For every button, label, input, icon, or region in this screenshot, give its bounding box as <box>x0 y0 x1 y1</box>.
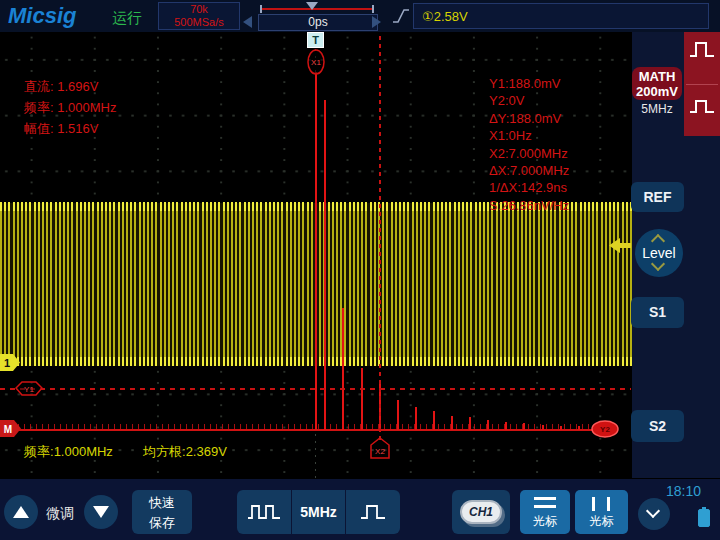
fft-scale-group: 5MHz <box>237 490 400 534</box>
math-timebase-label: 5MHz <box>632 102 682 116</box>
trigger-position-marker[interactable]: T <box>307 32 324 48</box>
cursor-x1-line[interactable] <box>315 72 317 430</box>
single-pulse-icon <box>360 503 386 521</box>
up-triangle-icon <box>13 506 29 518</box>
readout-s: S:26.86nV/Hz <box>489 198 569 215</box>
oscilloscope-screen: Micsig 运行 70k 500MSa/s 0ps ①2.58V 直流: 1.… <box>0 0 720 540</box>
slider-handle-icon[interactable] <box>306 2 318 10</box>
readout-y1: Y1:188.0mV <box>489 76 569 93</box>
ref-button[interactable]: REF <box>631 182 684 212</box>
readout-x2: X2:7.000MHz <box>489 146 569 163</box>
level-button[interactable]: Level <box>635 229 683 277</box>
svg-text:1: 1 <box>4 357 10 369</box>
vertical-bars-icon <box>575 497 628 509</box>
slider-right-cap-icon <box>372 5 374 13</box>
sample-rate: 500MSa/s <box>159 16 239 29</box>
cursor-y2-marker[interactable]: Y2 <box>590 420 620 438</box>
fft-peak <box>560 426 562 430</box>
cursor-x1-marker[interactable]: X1 <box>306 49 326 76</box>
center-frequency-label[interactable]: 5MHz <box>291 490 346 534</box>
fft-peak <box>397 400 399 430</box>
menu-collapse-button[interactable] <box>638 498 670 530</box>
cursor-y1-marker[interactable]: Y1 <box>15 381 43 396</box>
cursor-y1-line[interactable] <box>0 388 631 390</box>
readout-x1: X1:0Hz <box>489 128 569 145</box>
trigger-level-value: ①2.58V <box>422 9 468 24</box>
svg-text:Y1: Y1 <box>24 385 34 394</box>
ch1-badge: CH1 <box>460 500 502 524</box>
acquisition-info-box[interactable]: 70k 500MSa/s <box>158 2 240 30</box>
pulse-wave-button[interactable] <box>345 490 400 534</box>
svg-text:X1: X1 <box>311 58 321 67</box>
math-measurements: 频率:1.000MHz 均方根:2.369V <box>24 443 113 461</box>
math-channel-badge[interactable]: MATH 200mV <box>632 67 682 100</box>
trigger-level-box[interactable]: ①2.58V <box>413 3 709 29</box>
slider-left-cap-icon <box>260 5 262 13</box>
panel-divider <box>686 84 718 85</box>
horizontal-bars-icon <box>520 497 570 509</box>
pan-right-arrow-icon[interactable] <box>372 16 381 28</box>
math-position-marker[interactable]: M <box>0 419 22 438</box>
fft-peak <box>451 416 453 430</box>
fine-adjust-label: 微调 <box>46 505 74 523</box>
quick-save-button[interactable]: 快速 保存 <box>132 490 192 534</box>
cursor-readout-panel: Y1:188.0mV Y2:0V ΔY:188.0mV X1:0Hz X2:7.… <box>489 76 569 215</box>
s2-button[interactable]: S2 <box>631 410 684 442</box>
trigger-slope-rising-icon[interactable] <box>392 6 410 30</box>
square-wave-button[interactable] <box>237 490 291 534</box>
fft-peak <box>542 425 544 430</box>
measurement-ampl: 幅值: 1.516V <box>24 120 117 141</box>
scale-down-button[interactable] <box>84 495 118 529</box>
cursor-x2-marker[interactable]: X2 <box>370 437 390 459</box>
run-status: 运行 <box>112 9 142 28</box>
readout-1dx: 1/ΔX:142.9ns <box>489 180 569 197</box>
horizontal-cursor-button[interactable]: 光标 <box>520 490 570 534</box>
math-waveform-panel[interactable] <box>684 32 720 136</box>
readout-y2: Y2:0V <box>489 93 569 110</box>
double-pulse-icon <box>247 503 281 521</box>
channel-select-button[interactable]: CH1 <box>452 490 510 534</box>
fft-peak <box>415 407 417 430</box>
ch1-measurements: 直流: 1.696V 频率: 1.000MHz 幅值: 1.516V <box>24 78 117 141</box>
vertical-cursor-button[interactable]: 光标 <box>575 490 628 534</box>
fft-peak <box>324 100 326 430</box>
micsig-logo: Micsig <box>8 3 76 29</box>
svg-text:M: M <box>4 424 12 435</box>
measurement-freq: 频率: 1.000MHz <box>24 99 117 120</box>
top-status-bar: Micsig 运行 70k 500MSa/s 0ps ①2.58V <box>0 0 720 32</box>
readout-dx: ΔX:7.000MHz <box>489 163 569 180</box>
s1-button[interactable]: S1 <box>631 297 684 328</box>
channel1-position-marker[interactable]: 1 <box>0 353 21 372</box>
pan-left-arrow-icon[interactable] <box>243 16 252 28</box>
down-triangle-icon <box>93 506 109 518</box>
fft-peak <box>523 423 525 430</box>
fft-peak <box>578 426 580 430</box>
measurement-dc: 直流: 1.696V <box>24 78 117 99</box>
clock: 18:10 <box>666 483 701 499</box>
chevron-down-icon <box>646 504 660 518</box>
fft-peak <box>361 368 363 430</box>
fft-peak <box>433 411 435 430</box>
fft-peak <box>505 422 507 430</box>
pulse-top-icon[interactable] <box>688 38 716 60</box>
math-measurement-rms: 均方根:2.369V <box>143 443 227 461</box>
scale-up-button[interactable] <box>4 495 38 529</box>
battery-icon <box>698 509 710 527</box>
math-measurement-freq: 频率:1.000MHz <box>24 444 113 459</box>
pulse-bottom-icon[interactable] <box>688 94 716 116</box>
fft-peak <box>342 308 344 430</box>
cursor-x2-line[interactable] <box>379 32 381 440</box>
svg-text:X2: X2 <box>375 447 385 456</box>
h-position-readout[interactable]: 0ps <box>258 14 378 31</box>
svg-text:Y2: Y2 <box>600 425 610 434</box>
readout-dy: ΔY:188.0mV <box>489 111 569 128</box>
trigger-level-arrow-icon[interactable] <box>608 237 632 254</box>
memory-depth: 70k <box>159 3 239 16</box>
fft-peak <box>487 420 489 430</box>
fft-peak <box>469 417 471 430</box>
